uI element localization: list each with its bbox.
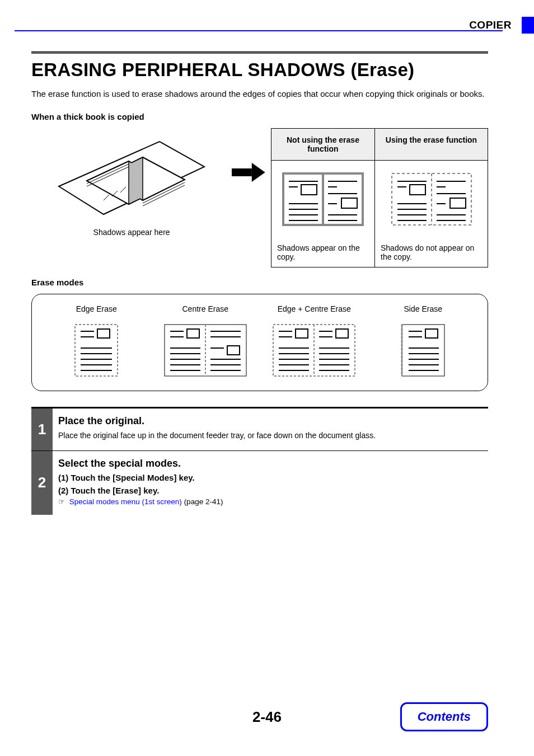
compare-table: Not using the erase function Using the e…: [271, 128, 488, 267]
mode-centre-erase: Centre Erase: [157, 304, 253, 378]
compare-caption-without: Shadows appear on the copy.: [271, 238, 374, 267]
section-header: COPIER: [469, 19, 512, 31]
step-number: 1: [31, 408, 53, 450]
substep-1: (1) Touch the [Special Modes] key.: [58, 473, 223, 482]
svg-rect-23: [341, 198, 357, 208]
step-1: 1 Place the original. Place the original…: [31, 408, 488, 450]
title-rule: [31, 51, 488, 54]
book-caption: Shadows appear here: [31, 228, 232, 237]
svg-rect-39: [450, 198, 466, 208]
centre-erase-icon: [157, 322, 253, 378]
intro-text: The erase function is used to erase shad…: [31, 88, 488, 100]
mode-edge-centre-erase: Edge + Centre Erase: [266, 304, 362, 378]
book-illustration-wrap: Shadows appear here: [31, 128, 232, 237]
step-number: 2: [31, 451, 53, 515]
svg-rect-31: [410, 185, 425, 195]
edge-centre-erase-icon: [266, 322, 362, 378]
page-title: ERASING PERIPHERAL SHADOWS (Erase): [31, 59, 488, 81]
scenario-label: When a thick book is copied: [31, 112, 488, 121]
step-title: Select the special modes.: [58, 458, 223, 469]
edge-erase-icon: [49, 322, 144, 378]
svg-rect-80: [336, 329, 348, 338]
svg-rect-12: [322, 173, 324, 225]
mode-label: Centre Erase: [157, 304, 253, 313]
compare-caption-with: Shadows do not appear on the copy.: [375, 238, 488, 267]
erase-modes-box: Edge Erase Centre Erase: [31, 294, 488, 391]
page-ref: (page 2-41): [184, 497, 223, 506]
step-2: 2 Select the special modes. (1) Touch th…: [31, 450, 488, 515]
mode-edge-erase: Edge Erase: [49, 304, 144, 378]
modes-label: Erase modes: [31, 278, 488, 287]
compare-fig-without-erase-icon: [277, 166, 369, 232]
cross-ref-icon: ☞: [58, 497, 65, 506]
step-text: Place the original face up in the docume…: [58, 430, 376, 442]
open-book-on-glass-icon: [53, 136, 210, 220]
header-rule: [15, 30, 503, 31]
svg-rect-15: [301, 185, 317, 195]
svg-marker-10: [252, 163, 265, 182]
svg-rect-55: [187, 329, 199, 338]
svg-rect-9: [232, 168, 252, 176]
contents-button[interactable]: Contents: [400, 702, 488, 731]
svg-rect-43: [75, 325, 118, 376]
compare-fig-with-erase-icon: [381, 166, 482, 232]
compare-header-without: Not using the erase function: [271, 129, 374, 161]
svg-rect-45: [97, 329, 110, 338]
svg-rect-72: [296, 329, 308, 338]
compare-header-with: Using the erase function: [375, 129, 488, 161]
mode-label: Side Erase: [375, 304, 471, 313]
side-erase-icon: [375, 322, 471, 378]
svg-rect-65: [227, 346, 240, 355]
section-tab: [522, 17, 534, 34]
substep-2: (2) Touch the [Erase] key.: [58, 486, 223, 495]
step-title: Place the original.: [58, 415, 376, 427]
mode-side-erase: Side Erase: [375, 304, 471, 378]
svg-rect-90: [425, 329, 438, 338]
special-modes-link[interactable]: Special modes menu (1st screen): [69, 497, 182, 506]
arrow-right-icon: [232, 163, 265, 182]
mode-label: Edge + Centre Erase: [266, 304, 362, 313]
mode-label: Edge Erase: [49, 304, 144, 313]
